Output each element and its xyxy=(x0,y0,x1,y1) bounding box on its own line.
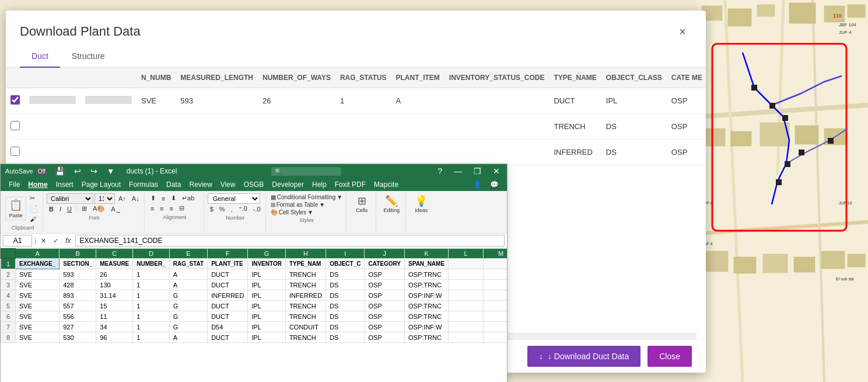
cell-r7-c4[interactable]: 1 xyxy=(133,322,169,332)
cell-r1-c5[interactable]: RAG_STAT xyxy=(169,259,207,269)
cell-r2-c2[interactable]: 593 xyxy=(60,269,96,280)
menu-page-layout[interactable]: Page Layout xyxy=(78,179,124,190)
increase-font-button[interactable]: A↑ xyxy=(116,194,128,203)
menu-review[interactable]: Review xyxy=(186,179,215,190)
cell-r4-c5[interactable]: G xyxy=(169,290,207,301)
wrap-text-button[interactable]: ↵ab xyxy=(180,193,197,203)
row3-checkbox[interactable] xyxy=(10,147,20,156)
cell-r2-c7[interactable]: IPL xyxy=(248,269,286,280)
cell-r4-c3[interactable]: 31.14 xyxy=(96,290,133,301)
cell-r3-c8[interactable]: TRENCH xyxy=(285,280,326,290)
cell-r8-c1[interactable]: SVE xyxy=(16,332,60,343)
editing-button[interactable]: ✏️ Editing xyxy=(380,193,403,214)
cell-r4-c2[interactable]: 893 xyxy=(60,290,96,301)
cell-r6-c10[interactable]: OSP xyxy=(365,311,405,322)
col-f-header[interactable]: F xyxy=(208,249,248,259)
menu-foxit-pdf[interactable]: Foxit PDF xyxy=(331,179,369,190)
row3-checkbox-cell[interactable] xyxy=(6,140,24,165)
menu-insert[interactable]: Insert xyxy=(52,179,77,190)
excel-save-button[interactable]: 💾 xyxy=(52,166,67,176)
cell-r2-c12[interactable] xyxy=(449,269,484,280)
cell-r5-c11[interactable]: OSP:TRNC xyxy=(405,301,449,311)
excel-redo-button[interactable]: ↪ xyxy=(88,166,100,176)
cancel-formula-button[interactable]: ✕ xyxy=(38,236,48,246)
cell-r6-c6[interactable]: DUCT xyxy=(208,311,248,322)
col-a-header[interactable]: A xyxy=(16,249,60,259)
cell-r5-c5[interactable]: G xyxy=(169,301,207,311)
cell-r5-c7[interactable]: IPL xyxy=(248,301,286,311)
spreadsheet-grid[interactable]: A B C D E F G H I J K L M 1EXCHANGE_SECT… xyxy=(1,248,507,382)
cell-r2-c5[interactable]: A xyxy=(169,269,207,280)
cell-r2-c3[interactable]: 26 xyxy=(96,269,133,280)
cell-r2-c1[interactable]: SVE xyxy=(16,269,60,280)
menu-osgb[interactable]: OSGB xyxy=(240,179,268,190)
cell-r3-c4[interactable]: 1 xyxy=(133,280,169,290)
cell-r2-c8[interactable]: TRENCH xyxy=(285,269,326,280)
cell-r8-c11[interactable]: OSP:TRNC xyxy=(405,332,449,343)
cell-r7-c6[interactable]: D54 xyxy=(208,322,248,332)
align-top-button[interactable]: ⬆ xyxy=(148,193,158,203)
cell-r1-c1[interactable]: EXCHANGE_ xyxy=(16,259,60,269)
cell-r4-c8[interactable]: INFERRED xyxy=(285,290,326,301)
cell-r8-c4[interactable]: 1 xyxy=(133,332,169,343)
align-bottom-button[interactable]: ⬇ xyxy=(169,193,178,203)
cell-r7-c8[interactable]: CONDUIT xyxy=(285,322,326,332)
cell-r4-c1[interactable]: SVE xyxy=(16,290,60,301)
cell-r1-c3[interactable]: MEASURE xyxy=(96,259,133,269)
cell-r1-c7[interactable]: INVENTOR xyxy=(248,259,286,269)
cell-r7-c5[interactable]: G xyxy=(169,322,207,332)
col-k-header[interactable]: K xyxy=(405,249,449,259)
fill-color-button[interactable]: A🎨 xyxy=(90,204,107,214)
col-d-header[interactable]: D xyxy=(133,249,169,259)
cell-r8-c10[interactable]: OSP xyxy=(365,332,405,343)
cell-r8-c13[interactable] xyxy=(484,332,507,343)
excel-undo-button[interactable]: ↩ xyxy=(72,166,83,176)
col-c-header[interactable]: C xyxy=(96,249,133,259)
cell-r1-c6[interactable]: PLANT_ITE xyxy=(208,259,248,269)
align-middle-button[interactable]: ≡ xyxy=(159,194,167,203)
cell-r5-c13[interactable] xyxy=(484,301,507,311)
cell-r3-c3[interactable]: 130 xyxy=(96,280,133,290)
cell-r1-c8[interactable]: TYPE_NAM xyxy=(285,259,326,269)
cell-r3-c5[interactable]: A xyxy=(169,280,207,290)
cell-r4-c10[interactable]: OSP xyxy=(365,290,405,301)
paste-button[interactable]: 📋 Paste xyxy=(5,197,26,220)
font-color-button[interactable]: A_ xyxy=(108,204,122,214)
cell-r5-c1[interactable]: SVE xyxy=(16,301,60,311)
col-i-header[interactable]: I xyxy=(326,249,365,259)
menu-help[interactable]: Help xyxy=(309,179,330,190)
italic-button[interactable]: I xyxy=(57,204,64,214)
cell-r3-c9[interactable]: DS xyxy=(326,280,365,290)
menu-developer[interactable]: Developer xyxy=(268,179,307,190)
cell-r8-c12[interactable] xyxy=(449,332,484,343)
cell-r5-c8[interactable]: TRENCH xyxy=(285,301,326,311)
align-center-button[interactable]: ≡ xyxy=(158,204,166,213)
font-size-select[interactable]: 11 xyxy=(94,193,115,204)
cell-r5-c2[interactable]: 557 xyxy=(60,301,96,311)
autosave-toggle[interactable]: Off xyxy=(36,168,48,175)
menu-mapcite[interactable]: Mapcite xyxy=(370,179,402,190)
cell-r2-c9[interactable]: DS xyxy=(326,269,365,280)
cell-r4-c11[interactable]: OSP:INF:W xyxy=(405,290,449,301)
download-duct-data-button[interactable]: ↓ ↓ Download Duct Data xyxy=(527,346,640,367)
cell-r5-c10[interactable]: OSP xyxy=(365,301,405,311)
menu-home[interactable]: Home xyxy=(24,179,51,190)
cell-r2-c11[interactable]: OSP:TRNC xyxy=(405,269,449,280)
cell-r6-c4[interactable]: 1 xyxy=(133,311,169,322)
confirm-formula-button[interactable]: ✓ xyxy=(51,236,61,246)
cell-r6-c5[interactable]: G xyxy=(169,311,207,322)
cell-r7-c7[interactable]: IPL xyxy=(248,322,286,332)
cell-r3-c10[interactable]: OSP xyxy=(365,280,405,290)
cell-r4-c12[interactable] xyxy=(449,290,484,301)
cell-r7-c10[interactable]: OSP xyxy=(365,322,405,332)
cell-r1-c13[interactable] xyxy=(484,259,507,269)
close-button[interactable]: Close xyxy=(648,346,692,367)
font-family-select[interactable]: Calibri xyxy=(47,193,93,204)
align-left-button[interactable]: ≡ xyxy=(148,204,156,213)
cell-r6-c8[interactable]: TRENCH xyxy=(285,311,326,322)
tab-duct[interactable]: Duct xyxy=(20,46,60,68)
col-b-header[interactable]: B xyxy=(60,249,96,259)
cell-r8-c6[interactable]: DUCT xyxy=(208,332,248,343)
underline-button[interactable]: U xyxy=(65,204,74,214)
cell-r1-c9[interactable]: OBJECT_C xyxy=(326,259,365,269)
